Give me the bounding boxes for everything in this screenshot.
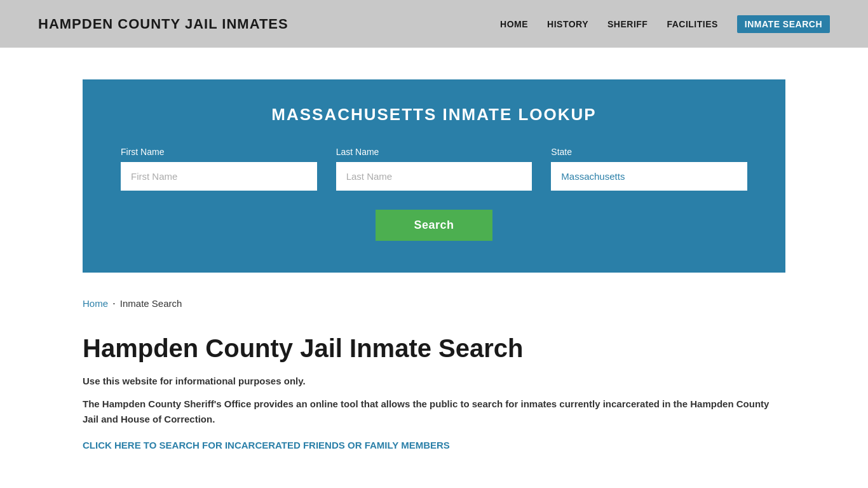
breadcrumb-current: Inmate Search: [120, 298, 182, 309]
main-nav: HOME HISTORY SHERIFF FACILITIES INMATE S…: [500, 15, 830, 33]
last-name-input[interactable]: [336, 162, 532, 191]
last-name-group: Last Name: [336, 147, 532, 191]
search-fields-row: First Name Last Name State: [121, 147, 747, 191]
breadcrumb-separator: •: [113, 301, 115, 306]
lookup-title: MASSACHUSETTS INMATE LOOKUP: [121, 105, 747, 125]
state-label: State: [551, 147, 747, 157]
breadcrumb-area: Home • Inmate Search: [0, 273, 868, 322]
site-header: HAMPDEN COUNTY JAIL INMATES HOME HISTORY…: [0, 0, 868, 48]
state-group: State: [551, 147, 747, 191]
main-content: Hampden County Jail Inmate Search Use th…: [0, 322, 868, 477]
disclaimer-text: Use this website for informational purpo…: [83, 376, 785, 386]
nav-history[interactable]: HISTORY: [547, 19, 588, 29]
state-input[interactable]: [551, 162, 747, 191]
search-button[interactable]: Search: [376, 210, 492, 241]
description-text: The Hampden County Sheriff's Office prov…: [83, 396, 785, 427]
last-name-label: Last Name: [336, 147, 532, 157]
nav-facilities[interactable]: FACILITIES: [667, 19, 717, 29]
first-name-label: First Name: [121, 147, 317, 157]
nav-inmate-search[interactable]: INMATE SEARCH: [737, 15, 830, 33]
cta-link[interactable]: CLICK HERE to Search for Incarcerated Fr…: [83, 440, 450, 451]
search-button-row: Search: [121, 210, 747, 241]
breadcrumb: Home • Inmate Search: [83, 298, 785, 309]
first-name-group: First Name: [121, 147, 317, 191]
inmate-lookup-panel: MASSACHUSETTS INMATE LOOKUP First Name L…: [83, 79, 785, 273]
page-title: Hampden County Jail Inmate Search: [83, 334, 785, 363]
site-logo: HAMPDEN COUNTY JAIL INMATES: [38, 16, 288, 32]
first-name-input[interactable]: [121, 162, 317, 191]
nav-home[interactable]: HOME: [500, 19, 528, 29]
breadcrumb-home-link[interactable]: Home: [83, 298, 108, 309]
nav-sheriff[interactable]: SHERIFF: [607, 19, 648, 29]
